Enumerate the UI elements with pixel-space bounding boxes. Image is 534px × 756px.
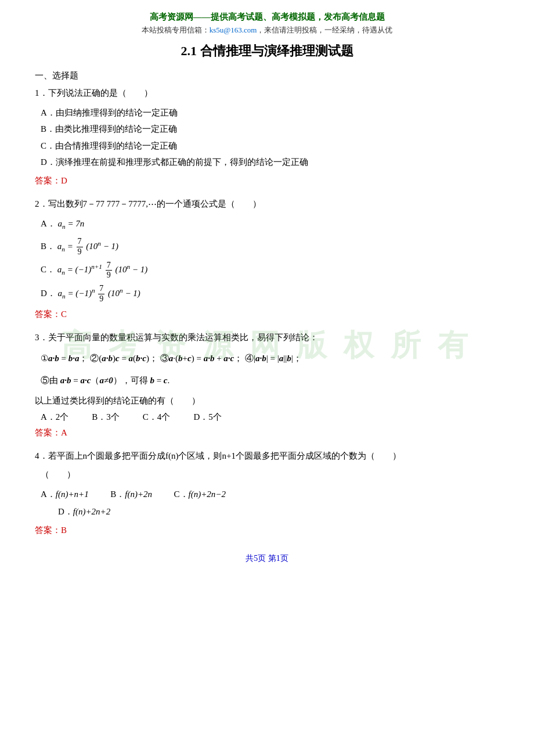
- section-title: 一、选择题: [35, 70, 499, 81]
- main-title: 2.1 合情推理与演绎推理测试题: [35, 42, 499, 60]
- question-4: 4．若平面上n个圆最多把平面分成f(n)个区域，则n+1个圆最多把平面分成区域的…: [35, 449, 499, 536]
- question-2-option-b: B． an = 79 (10n − 1): [41, 237, 499, 257]
- question-1-stem: 1．下列说法正确的是（ ）: [35, 86, 499, 101]
- page-footer: 共5页 第1页: [35, 553, 499, 564]
- question-3-stem: 3．关于平面向量的数量积运算与实数的乘法运算相类比，易得下列结论：: [35, 330, 499, 345]
- question-4-answer: 答案：B: [35, 525, 499, 536]
- question-1-option-d: D．演绎推理在前提和推理形式都正确的前提下，得到的结论一定正确: [41, 154, 499, 171]
- question-2-option-d: D． an = (−1)n 79 (10n − 1): [41, 284, 499, 304]
- question-1-option-b: B．由类比推理得到的结论一定正确: [41, 121, 499, 138]
- question-4-options: A．f(n)+n+1 B．f(n)+2n C．f(n)+2n−2 D．f(n)+…: [41, 485, 499, 520]
- question-4-stem2: （ ）: [41, 467, 499, 483]
- question-1-answer: 答案：D: [35, 175, 499, 186]
- question-3-formulas: ①a·b = b·a； ②(a·b)c = a(b·c)； ③a·(b+c) =…: [41, 349, 499, 368]
- question-3: 3．关于平面向量的数量积运算与实数的乘法运算相类比，易得下列结论： ①a·b =…: [35, 330, 499, 438]
- header-top: 高考资源网——提供高考试题、高考模拟题，发布高考信息题: [35, 12, 499, 23]
- question-4-stem: 4．若平面上n个圆最多把平面分成f(n)个区域，则n+1个圆最多把平面分成区域的…: [35, 449, 499, 464]
- question-2-answer: 答案：C: [35, 309, 499, 320]
- question-2: 2．写出数列7－77 777－7777,⋯的一个通项公式是（ ） A． an =…: [35, 197, 499, 321]
- question-1-option-a: A．由归纳推理得到的结论一定正确: [41, 105, 499, 121]
- question-1-option-c: C．由合情推理得到的结论一定正确: [41, 138, 499, 154]
- q4-opt-d: D．f(n)+2n+2: [58, 503, 499, 520]
- header-sub: 本站投稿专用信箱：ks5u@163.com，来信请注明投稿，一经采纳，待遇从优: [35, 25, 499, 35]
- question-2-stem: 2．写出数列7－77 777－7777,⋯的一个通项公式是（ ）: [35, 197, 499, 212]
- question-2-option-c: C． an = (−1)n+1 79 (10n − 1): [41, 260, 499, 280]
- question-3-answer: 答案：A: [35, 427, 499, 438]
- question-3-formula2: ⑤由 a·b = a·c（a≠0），可得 b = c.: [41, 372, 499, 389]
- question-3-sub-options: A．2个 B．3个 C．4个 D．5个: [41, 412, 499, 423]
- q4-opt-a: A．f(n)+n+1 B．f(n)+2n C．f(n)+2n−2: [41, 485, 499, 503]
- question-3-sub-stem: 以上通过类比得到的结论正确的有（ ）: [35, 394, 499, 409]
- question-1: 1．下列说法正确的是（ ） A．由归纳推理得到的结论一定正确 B．由类比推理得到…: [35, 86, 499, 186]
- question-2-option-a: A． an = 7n: [41, 215, 499, 233]
